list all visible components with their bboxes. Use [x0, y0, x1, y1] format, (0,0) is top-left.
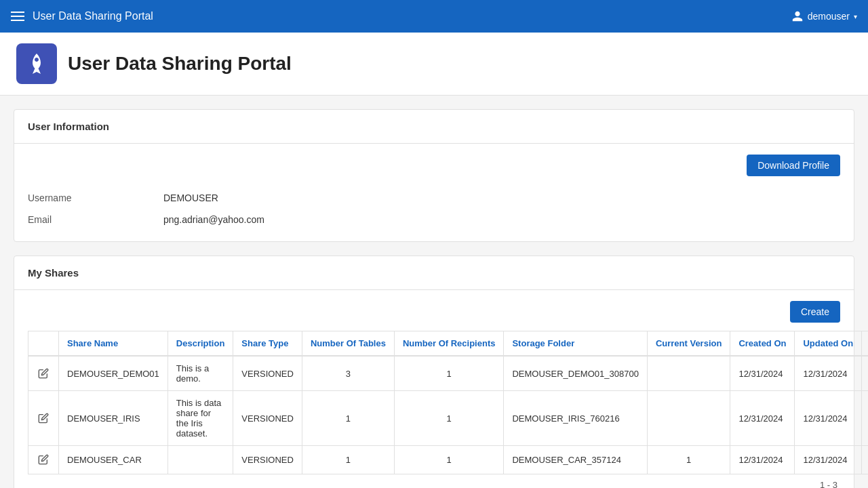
cell-created_on: 12/31/2024 — [730, 391, 795, 446]
cell-num_recipients: 1 — [394, 391, 504, 446]
cell-updated_on: 12/31/2024 — [795, 356, 862, 391]
table-row: DEMOUSER_IRISThis is data share for the … — [28, 391, 869, 446]
edit-cell — [28, 446, 59, 474]
rocket-icon — [24, 52, 49, 76]
cell-description — [167, 446, 233, 474]
cell-num_recipients: 1 — [394, 356, 504, 391]
download-profile-button[interactable]: Download Profile — [747, 155, 840, 176]
topnav: User Data Sharing Portal demouser ▾ — [0, 0, 868, 33]
cell-share_type: VERSIONED — [233, 391, 302, 446]
user-fields: Username DEMOUSER Email png.adrian@yahoo… — [28, 187, 840, 230]
edit-row-button[interactable] — [37, 411, 50, 425]
cell-current_version — [647, 391, 730, 446]
cell-storage_folder: DEMOUSER_IRIS_760216 — [504, 391, 647, 446]
th-storage-folder: Storage Folder — [504, 331, 647, 357]
cell-num_recipients: 1 — [394, 446, 504, 474]
username-label: demouser — [808, 11, 850, 22]
email-label: Email — [28, 214, 163, 225]
table-row: DEMOUSER_CARVERSIONED11DEMOUSER_CAR_3571… — [28, 446, 869, 474]
cell-created_on: 12/31/2024 — [730, 446, 795, 474]
chevron-down-icon: ▾ — [854, 13, 857, 20]
th-current-version: Current Version — [647, 331, 730, 357]
username-value: DEMOUSER — [163, 192, 218, 203]
cell-updated_on: 12/31/2024 — [795, 446, 862, 474]
table-body: DEMOUSER_DEMO01This is a demo.VERSIONED3… — [28, 356, 869, 474]
cell-current_version — [647, 356, 730, 391]
cell-share_name: DEMOUSER_CAR — [59, 446, 168, 474]
cell-last_exported_on — [862, 356, 868, 391]
my-shares-body: Create Share Name Description Share Type… — [14, 290, 854, 488]
shares-toolbar: Create — [28, 301, 840, 323]
menu-button[interactable] — [11, 12, 24, 21]
header-row: Share Name Description Share Type Number… — [28, 331, 869, 357]
cell-num_tables: 1 — [302, 391, 394, 446]
email-field: Email png.adrian@yahoo.com — [28, 214, 840, 225]
app-icon — [16, 43, 57, 84]
user-menu[interactable]: demouser ▾ — [791, 10, 857, 22]
cell-storage_folder: DEMOUSER_CAR_357124 — [504, 446, 647, 474]
pagination-info: 1 - 3 — [28, 474, 840, 488]
cell-share_type: VERSIONED — [233, 446, 302, 474]
th-description: Description — [167, 331, 233, 357]
table-row: DEMOUSER_DEMO01This is a demo.VERSIONED3… — [28, 356, 869, 391]
user-info-card: User Information Download Profile Userna… — [14, 109, 854, 242]
th-updated-on: Updated On — [795, 331, 862, 357]
th-share-name: Share Name — [59, 331, 168, 357]
my-shares-heading: My Shares — [14, 256, 854, 290]
nav-title: User Data Sharing Portal — [33, 10, 153, 22]
th-last-exported-on: Last Exported On — [862, 331, 868, 357]
cell-last_exported_on — [862, 391, 868, 446]
username-field: Username DEMOUSER — [28, 192, 840, 203]
cell-share_type: VERSIONED — [233, 356, 302, 391]
th-share-type: Share Type — [233, 331, 302, 357]
user-info-heading: User Information — [14, 110, 854, 144]
cell-share_name: DEMOUSER_DEMO01 — [59, 356, 168, 391]
user-info-toolbar: Download Profile — [28, 155, 840, 176]
edit-cell — [28, 356, 59, 391]
cell-num_tables: 3 — [302, 356, 394, 391]
cell-description: This is data share for the Iris dataset. — [167, 391, 233, 446]
edit-row-button[interactable] — [37, 453, 50, 466]
th-num-recipients: Number Of Recipients — [394, 331, 504, 357]
my-shares-card: My Shares Create Share Name Description … — [14, 256, 854, 488]
main-content: User Information Download Profile Userna… — [0, 96, 868, 488]
cell-current_version: 1 — [647, 446, 730, 474]
edit-row-button[interactable] — [37, 367, 50, 380]
edit-cell — [28, 391, 59, 446]
email-value: png.adrian@yahoo.com — [163, 214, 264, 225]
username-label: Username — [28, 192, 163, 203]
page-header: User Data Sharing Portal — [0, 33, 868, 96]
cell-description: This is a demo. — [167, 356, 233, 391]
table-header: Share Name Description Share Type Number… — [28, 331, 869, 357]
user-info-body: Download Profile Username DEMOUSER Email… — [14, 144, 854, 241]
shares-table: Share Name Description Share Type Number… — [28, 331, 868, 474]
cell-last_exported_on: 12/31/2024 — [862, 446, 868, 474]
user-icon — [791, 10, 804, 22]
th-edit — [28, 331, 59, 357]
cell-num_tables: 1 — [302, 446, 394, 474]
cell-created_on: 12/31/2024 — [730, 356, 795, 391]
create-share-button[interactable]: Create — [790, 301, 840, 323]
th-created-on: Created On — [730, 331, 795, 357]
th-num-tables: Number Of Tables — [302, 331, 394, 357]
page-title: User Data Sharing Portal — [68, 53, 292, 75]
cell-share_name: DEMOUSER_IRIS — [59, 391, 168, 446]
cell-updated_on: 12/31/2024 — [795, 391, 862, 446]
cell-storage_folder: DEMOUSER_DEMO01_308700 — [504, 356, 647, 391]
